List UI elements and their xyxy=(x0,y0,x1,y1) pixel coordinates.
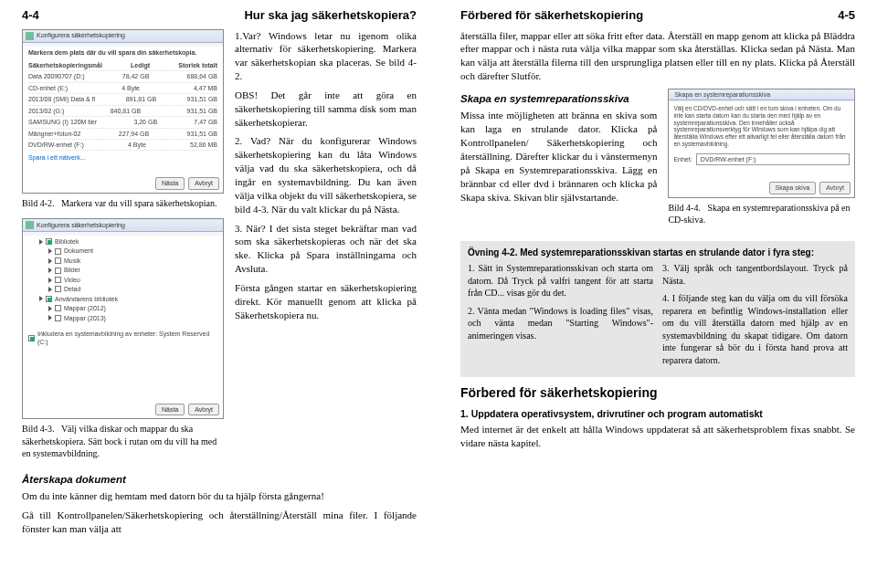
win3-title: Skapa en systemreparationsskiva xyxy=(674,90,770,99)
exercise-step-3: 3. Välj språk och tangentbordslayout. Tr… xyxy=(662,262,848,287)
window-icon xyxy=(26,32,34,40)
right-columns: Skapa en systemreparationsskiva Missa in… xyxy=(460,89,855,236)
window-icon xyxy=(26,221,34,229)
screenshot-fig-4-2: Konfigurera säkerhetskopiering Markera d… xyxy=(22,29,224,194)
para-update: Med internet är det enkelt att hålla Win… xyxy=(460,423,855,450)
para-obs: OBS! Det går inte att göra en säkerhetsk… xyxy=(235,89,417,130)
win2-cancel-button: Avbryt xyxy=(188,404,219,415)
para-help: Om du inte känner dig hemtam med datorn … xyxy=(22,489,417,503)
left-header: 4-4 Hur ska jag säkerhetskopiera? xyxy=(22,7,417,24)
win1-desc: Markera dem plats där du vill spara din … xyxy=(28,48,217,57)
exercise-step-1: 1. Sätt in Systemreparationsskivan och s… xyxy=(468,262,653,299)
header-title-right: Förbered för säkerhetskopiering xyxy=(460,7,643,24)
win1-cancel-button: Avbryt xyxy=(188,177,219,189)
screenshot-fig-4-3: Konfigurera säkerhetskopiering Bibliotek… xyxy=(22,218,224,419)
left-col-text: 1.Var? Windows letar nu igenom olika alt… xyxy=(235,29,417,469)
para-3-nar: 3. När? I det sista steget bekräftar man… xyxy=(235,222,417,276)
page-number-right: 4-5 xyxy=(838,7,855,24)
para-continuation: återställa filer, mappar eller att söka … xyxy=(460,29,855,83)
para-2-vad: 2. Vad? När du konfigurerar Windows säke… xyxy=(235,134,417,215)
page-number-left: 4-4 xyxy=(22,7,39,24)
heading-aterskapa: Återskapa dokument xyxy=(22,473,417,488)
left-col-images: Konfigurera säkerhetskopiering Markera d… xyxy=(22,29,224,469)
exercise-step-2: 2. Vänta medan "Windows is loading files… xyxy=(468,305,653,342)
exercise-4-2: Övning 4-2. Med systemreparationsskivan … xyxy=(460,241,855,378)
win1-link: Spara i ett nätverk... xyxy=(28,153,217,162)
right-col-text: Skapa en systemreparationsskiva Missa in… xyxy=(460,89,657,236)
caption-4-3: Bild 4-3. Välj vilka diskar och mappar d… xyxy=(22,423,224,460)
left-columns: Konfigurera säkerhetskopiering Markera d… xyxy=(22,29,417,469)
heading-forbered: Förbered för säkerhetskopiering xyxy=(460,384,855,402)
heading-update: 1. Uppdatera operativsystem, drivrutiner… xyxy=(460,407,855,420)
win3-create-button: Skapa skiva xyxy=(769,182,817,194)
caption-4-4: Bild 4-4. Skapa en systemreparationsskiv… xyxy=(668,202,855,226)
para-1-var: 1.Var? Windows letar nu igenom olika alt… xyxy=(235,29,417,83)
right-header: Förbered för säkerhetskopiering 4-5 xyxy=(460,7,855,24)
caption-4-2: Bild 4-2. Markera var du vill spara säke… xyxy=(22,197,224,210)
win3-drive-select: DVD/RW-enhet (F:) xyxy=(696,153,850,165)
exercise-heading: Övning 4-2. Med systemreparationsskivan … xyxy=(468,247,848,259)
win2-next-button: Nästa xyxy=(155,404,185,415)
heading-skapa: Skapa en systemreparationsskiva xyxy=(460,92,657,107)
win3-cancel-button: Avbryt xyxy=(819,182,851,194)
left-page: 4-4 Hur ska jag säkerhetskopiera? Konfig… xyxy=(0,0,438,588)
exercise-step-4: 4. I följande steg kan du välja om du vi… xyxy=(662,292,848,366)
para-skapa: Missa inte möjligheten att bränna en ski… xyxy=(460,109,657,204)
win1-next-button: Nästa xyxy=(155,177,185,189)
para-go-control-panel: Gå till Kontrollpanelen/Säkerhetskopieri… xyxy=(22,509,417,536)
win2-title: Konfigurera säkerhetskopiering xyxy=(37,221,125,229)
right-col-image: Skapa en systemreparationsskiva Välj en … xyxy=(668,89,855,236)
para-first-time: Första gången startar en säkerhetskopier… xyxy=(235,281,417,322)
header-title-left: Hur ska jag säkerhetskopiera? xyxy=(244,7,417,24)
screenshot-fig-4-4: Skapa en systemreparationsskiva Välj en … xyxy=(668,89,855,198)
right-page: Förbered för säkerhetskopiering 4-5 åter… xyxy=(438,0,877,588)
win1-title: Konfigurera säkerhetskopiering xyxy=(37,31,125,39)
